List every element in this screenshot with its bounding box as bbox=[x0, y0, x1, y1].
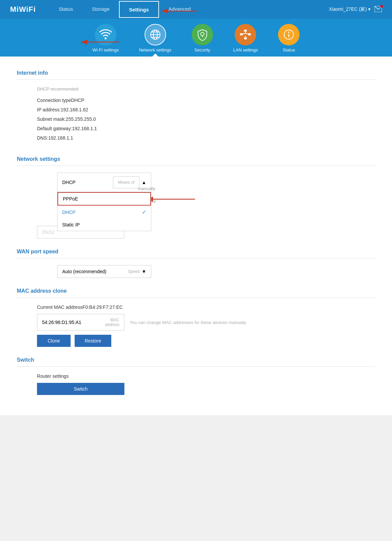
network-settings-title: Network settings bbox=[17, 153, 375, 162]
divider-network bbox=[17, 166, 375, 166]
svg-rect-14 bbox=[244, 37, 247, 39]
divider-mac bbox=[17, 297, 375, 298]
info-dns: DNS:192.168.1.1 bbox=[17, 133, 375, 143]
dropdown-option-pppoe[interactable]: PPPoE bbox=[57, 192, 151, 206]
dropdown-menu: PPPoE DHCP ✓ Static IP bbox=[57, 192, 151, 231]
user-label: Xiaomi_27EC (家) ▾ bbox=[329, 6, 370, 12]
restore-button[interactable]: Restore bbox=[75, 335, 111, 347]
manually-text: manually bbox=[138, 186, 155, 191]
mail-badge bbox=[380, 5, 383, 8]
switch-button[interactable]: Switch bbox=[37, 383, 124, 395]
globe-icon bbox=[149, 29, 161, 41]
sub-nav-network[interactable]: Network settings bbox=[139, 24, 171, 57]
speed-label-tag: Speed bbox=[128, 269, 140, 274]
divider-internet bbox=[17, 79, 375, 80]
internet-info-title: Internet info bbox=[17, 67, 375, 76]
mac-current-label: Current MAC address bbox=[37, 304, 82, 310]
dropdown-header[interactable]: DHCP Means of ▲ bbox=[57, 173, 151, 192]
sub-nav-status-label: Status bbox=[283, 47, 295, 52]
info-subnet-value: 255.255.255.0 bbox=[66, 116, 96, 122]
sub-nav-wifi[interactable]: Wi-Fi settings bbox=[92, 24, 119, 57]
nav-status[interactable]: Status bbox=[49, 0, 83, 19]
mail-icon[interactable] bbox=[375, 6, 382, 13]
sub-nav-status[interactable]: Status bbox=[278, 24, 300, 57]
mac-title: MAC address clone bbox=[17, 285, 375, 294]
chevron-up-icon: ▲ bbox=[142, 180, 146, 185]
mac-label-tag: MACaddress bbox=[105, 318, 119, 327]
logo: MiWiFi bbox=[10, 5, 36, 14]
nav-advanced[interactable]: Advanced bbox=[159, 0, 200, 19]
wifi-icon-circle bbox=[95, 24, 116, 45]
info-ip: IP address:192.168.1.62 bbox=[17, 105, 375, 114]
dropdown-option-static[interactable]: Static IP bbox=[57, 219, 151, 231]
mac-input-wrapper[interactable]: 54:26:96:D1:95:A1 MACaddress bbox=[37, 314, 124, 331]
wan-port-section: WAN port speed Auto (recommended) Speed … bbox=[17, 245, 375, 278]
nav-storage[interactable]: Storage bbox=[82, 0, 119, 19]
sub-nav-security-label: Security bbox=[194, 47, 210, 52]
network-icon-circle bbox=[145, 24, 166, 45]
dropdown-label-tag: Means of bbox=[113, 176, 140, 188]
sub-nav-lan-label: LAN settings bbox=[233, 47, 258, 52]
nav-bar: Status Storage Settings Advanced bbox=[49, 0, 329, 19]
sub-nav-lan[interactable]: LAN settings bbox=[233, 24, 258, 57]
info-connection-type-value: DHCP bbox=[71, 98, 84, 103]
sub-nav-security[interactable]: Security bbox=[192, 24, 213, 57]
main-content: Internet info DHCP recommended Connectio… bbox=[0, 57, 392, 415]
nav-settings[interactable]: Settings bbox=[119, 1, 159, 18]
security-icon-circle bbox=[192, 24, 213, 45]
divider-switch bbox=[17, 366, 375, 367]
status-icon-circle bbox=[278, 24, 300, 45]
info-ip-label: IP address: bbox=[37, 107, 61, 112]
sub-nav-wifi-label: Wi-Fi settings bbox=[92, 47, 119, 52]
mac-input-value: 54:26:96:D1:95:A1 bbox=[42, 320, 81, 325]
header: MiWiFi Status Storage Settings Advanced … bbox=[0, 0, 392, 19]
shield-icon bbox=[196, 29, 208, 41]
svg-rect-8 bbox=[244, 30, 247, 32]
info-icon bbox=[283, 29, 295, 41]
sub-nav-network-label: Network settings bbox=[139, 47, 171, 52]
speed-value: Auto (recommended) bbox=[62, 269, 107, 274]
info-connection-type: Connection typeDHCP bbox=[17, 96, 375, 105]
internet-subtitle: DHCP recommended bbox=[17, 86, 375, 92]
speed-dropdown[interactable]: Auto (recommended) Speed ▼ bbox=[57, 265, 151, 278]
info-subnet: Subnet mask:255.255.255.0 bbox=[17, 114, 375, 124]
checkmark-icon: ✓ bbox=[142, 209, 146, 215]
switch-section: Switch Router settings Switch bbox=[17, 354, 375, 395]
lan-icon-circle bbox=[235, 24, 256, 45]
mac-current-value: F0:B4:29:F7:27:EC bbox=[82, 304, 123, 310]
info-ip-value: 192.168.1.62 bbox=[61, 107, 88, 112]
info-dns-label: DNS: bbox=[37, 135, 48, 141]
chevron-down-icon: ▼ bbox=[142, 269, 146, 274]
switch-btn-wrapper: Switch bbox=[17, 383, 375, 395]
dropdown-selected-value: DHCP bbox=[62, 180, 76, 185]
connection-type-dropdown[interactable]: DHCP Means of ▲ PPPoE DHCP ✓ bbox=[57, 173, 151, 192]
mac-input-row: 54:26:96:D1:95:A1 MACaddress You can cha… bbox=[17, 314, 375, 331]
info-gateway-label: Default gateway: bbox=[37, 126, 72, 131]
svg-point-18 bbox=[288, 32, 289, 33]
info-connection-type-label: Connection type bbox=[37, 98, 71, 103]
dropdown-option-dhcp[interactable]: DHCP ✓ bbox=[57, 206, 151, 219]
mac-section: MAC address clone Current MAC addressF0:… bbox=[17, 285, 375, 347]
svg-point-6 bbox=[201, 32, 204, 36]
mac-current: Current MAC addressF0:B4:29:F7:27:EC bbox=[17, 304, 375, 310]
clone-button[interactable]: Clone bbox=[37, 335, 71, 347]
router-settings-label: Router settings bbox=[17, 373, 375, 379]
divider-wan bbox=[17, 258, 375, 258]
wan-port-title: WAN port speed bbox=[17, 245, 375, 255]
lan-icon bbox=[239, 29, 251, 41]
wifi-icon bbox=[100, 29, 112, 41]
mac-buttons: Clone Restore bbox=[17, 335, 375, 347]
sub-nav: Wi-Fi settings Network settings bbox=[0, 19, 392, 57]
info-gateway-value: 192.168.1.1 bbox=[72, 126, 97, 131]
info-gateway: Default gateway:192.168.1.1 bbox=[17, 124, 375, 133]
info-subnet-label: Subnet mask: bbox=[37, 116, 66, 122]
mac-hint: You can change MAC addresses for these d… bbox=[130, 320, 246, 325]
switch-title: Switch bbox=[17, 354, 375, 363]
header-right: Xiaomi_27EC (家) ▾ bbox=[329, 6, 382, 13]
user-dropdown[interactable]: Xiaomi_27EC (家) ▾ bbox=[329, 6, 370, 12]
info-dns-value: 192.168.1.1 bbox=[48, 135, 73, 141]
